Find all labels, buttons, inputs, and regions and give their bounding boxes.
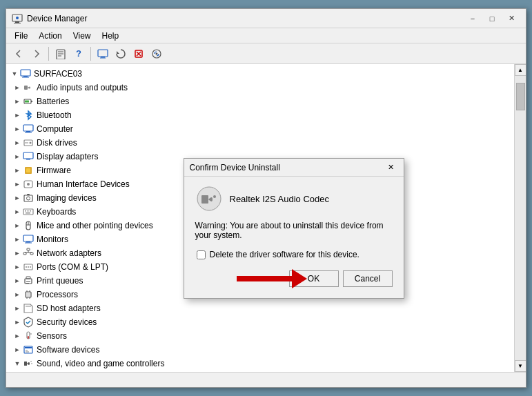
cancel-button[interactable]: Cancel (343, 270, 393, 287)
help-button[interactable]: ? (70, 46, 87, 62)
dialog-overlay: Confirm Device Uninstall ✕ (6, 64, 526, 372)
minimize-button[interactable]: − (464, 12, 482, 26)
svg-rect-1 (15, 21, 19, 23)
dialog-close-button[interactable]: ✕ (384, 161, 398, 174)
svg-rect-9 (101, 57, 105, 58)
svg-rect-10 (100, 57, 106, 58)
svg-rect-4 (57, 50, 65, 59)
svg-point-89 (197, 187, 221, 210)
confirm-uninstall-dialog: Confirm Device Uninstall ✕ (184, 158, 404, 299)
dialog-button-row: OK Cancel (195, 270, 393, 290)
menu-file[interactable]: File (9, 30, 33, 42)
dialog-title: Confirm Device Uninstall (190, 163, 280, 172)
scan-button[interactable] (148, 46, 165, 62)
title-bar-left: Device Manager (12, 13, 87, 24)
delete-driver-checkbox[interactable] (197, 250, 206, 259)
svg-point-16 (156, 52, 158, 55)
arrow-head (292, 269, 307, 288)
toolbar: ? (6, 43, 526, 64)
app-icon (12, 13, 23, 24)
dialog-arrow (237, 269, 307, 288)
dialog-device-name: Realtek I2S Audio Codec (230, 194, 330, 204)
back-button[interactable] (10, 46, 27, 62)
menu-bar: File Action View Help (6, 28, 526, 43)
svg-rect-8 (98, 50, 108, 57)
uninstall-button[interactable] (130, 46, 147, 62)
properties-button[interactable] (52, 46, 69, 62)
close-button[interactable]: ✕ (502, 12, 520, 26)
svg-rect-90 (201, 195, 208, 204)
window-title: Device Manager (27, 14, 87, 23)
svg-marker-11 (117, 51, 119, 54)
menu-action[interactable]: Action (33, 30, 67, 42)
menu-help[interactable]: Help (97, 30, 125, 42)
dialog-warning-text: Warning: You are about to uninstall this… (195, 221, 393, 240)
maximize-button[interactable]: □ (483, 12, 501, 26)
dialog-device-row: Realtek I2S Audio Codec (195, 185, 393, 212)
arrow-shaft (237, 276, 292, 281)
title-bar-controls: − □ ✕ (464, 12, 520, 26)
menu-view[interactable]: View (68, 30, 97, 42)
status-bar (6, 372, 526, 387)
dialog-device-icon (195, 185, 223, 212)
separator-1 (48, 47, 49, 61)
separator-2 (90, 47, 91, 61)
delete-driver-label[interactable]: Delete the driver software for this devi… (210, 250, 359, 259)
dialog-title-bar: Confirm Device Uninstall ✕ (184, 159, 404, 177)
svg-rect-2 (14, 23, 21, 23)
dialog-body: Realtek I2S Audio Codec Warning: You are… (184, 177, 404, 298)
svg-point-3 (16, 17, 19, 19)
forward-button[interactable] (28, 46, 45, 62)
device-manager-window: Device Manager − □ ✕ File Action View He… (6, 8, 526, 388)
title-bar: Device Manager − □ ✕ (6, 9, 526, 28)
monitor-button[interactable] (95, 46, 111, 62)
svg-point-91 (213, 195, 216, 198)
update-button[interactable] (112, 46, 129, 62)
content-area: ▼ SURFACE03 ► (6, 64, 526, 372)
dialog-checkbox-row: Delete the driver software for this devi… (195, 250, 393, 259)
